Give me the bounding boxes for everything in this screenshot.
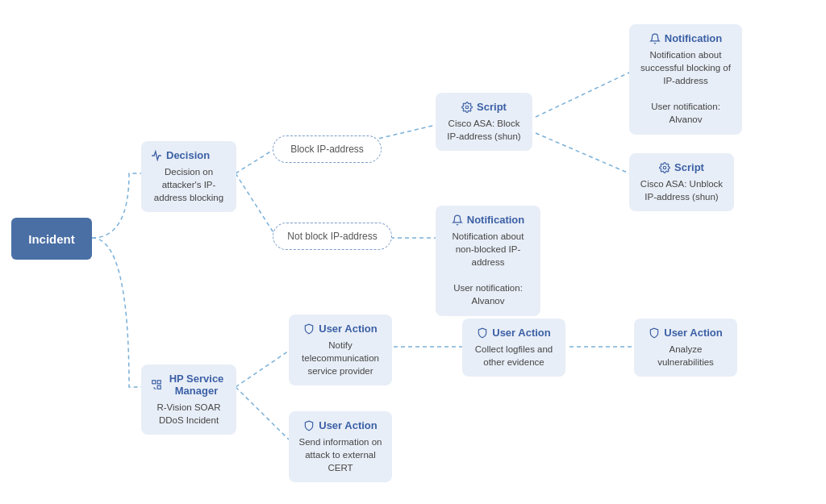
incident-box: Incident <box>11 218 92 260</box>
svg-rect-3 <box>157 381 161 384</box>
hp-service-manager-title: HP Service Manager <box>151 373 227 397</box>
incident-label: Incident <box>28 232 75 246</box>
script-unblock-title: Script <box>639 161 724 173</box>
script-block-card: Script Cisco ASA: Block IP-address (shun… <box>436 93 532 151</box>
script-unblock-card: Script Cisco ASA: Unblock IP-address (sh… <box>629 153 734 211</box>
svg-rect-2 <box>152 381 156 384</box>
user-action-analyze-body: Analyze vulnerabilities <box>644 343 728 369</box>
user-action-collect-body: Collect logfiles and other evidence <box>472 343 556 369</box>
decision-title: Decision <box>151 149 227 161</box>
svg-rect-4 <box>157 385 161 389</box>
user-action-send-title: User Action <box>298 419 382 431</box>
hp-service-manager-card: HP Service Manager R-Vision SOAR DDoS In… <box>141 364 236 435</box>
user-action-notify-card: User Action Notify telecommunication ser… <box>289 314 392 385</box>
user-action-notify-title: User Action <box>298 323 382 335</box>
svg-point-0 <box>465 106 469 109</box>
notification-block-title: Notification <box>639 32 732 44</box>
svg-point-1 <box>663 166 666 169</box>
user-action-collect-title: User Action <box>472 327 556 339</box>
user-action-analyze-card: User Action Analyze vulnerabilities <box>634 319 737 377</box>
user-action-send-body: Send information on attack to external C… <box>298 435 382 474</box>
notification-block-body: Notification about successful blocking o… <box>639 48 732 127</box>
script-block-body: Cisco ASA: Block IP-address (shun) <box>445 117 523 143</box>
user-action-analyze-title: User Action <box>644 327 728 339</box>
user-action-send-card: User Action Send information on attack t… <box>289 411 392 482</box>
pill-notblock: Not block IP-address <box>273 223 392 250</box>
script-unblock-body: Cisco ASA: Unblock IP-address (shun) <box>639 177 724 203</box>
user-action-notify-body: Notify telecommunication service provide… <box>298 339 382 377</box>
notification-notblock-title: Notification <box>445 214 531 226</box>
notification-notblock-body: Notification about non-blocked IP-addres… <box>445 230 531 308</box>
pill-block: Block IP-address <box>273 135 382 163</box>
notification-block-card: Notification Notification about successf… <box>629 24 742 135</box>
diagram: Incident Decision Decision on attacker's… <box>0 0 826 504</box>
script-block-title: Script <box>445 101 523 113</box>
user-action-collect-card: User Action Collect logfiles and other e… <box>462 319 565 377</box>
decision-body: Decision on attacker's IP-address blocki… <box>151 165 227 204</box>
hp-service-manager-body: R-Vision SOAR DDoS Incident <box>151 401 227 427</box>
decision-card: Decision Decision on attacker's IP-addre… <box>141 141 236 212</box>
notification-notblock-card: Notification Notification about non-bloc… <box>436 206 540 316</box>
